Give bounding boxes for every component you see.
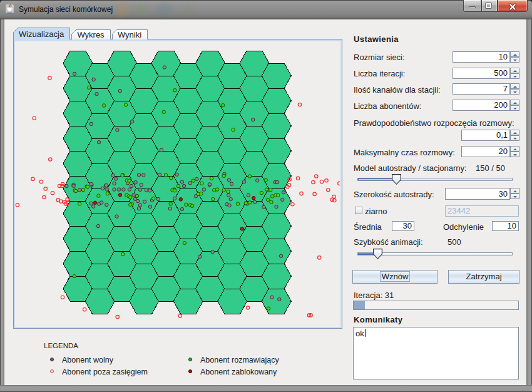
svg-text:Wizualizacja: Wizualizacja [19,29,64,39]
svg-text:Wykres: Wykres [77,30,105,39]
svg-text:Wyniki: Wyniki [118,30,141,39]
